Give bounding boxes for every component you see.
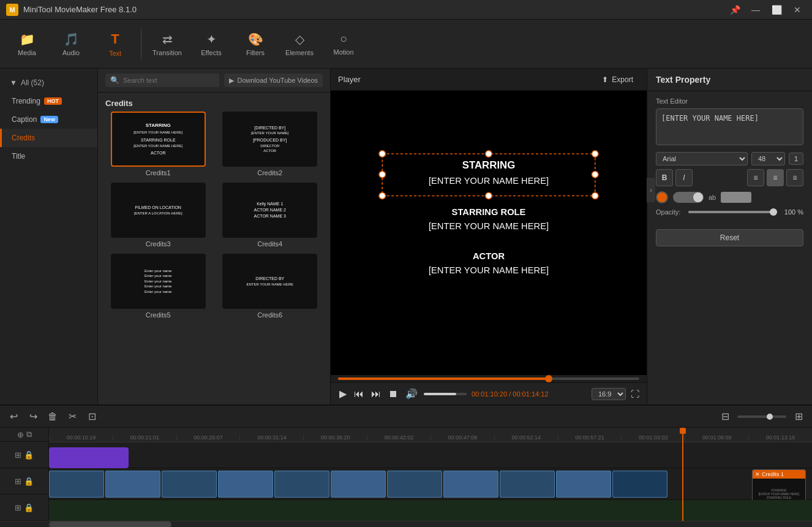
purple-clip[interactable]: [49, 447, 129, 468]
opacity-slider[interactable]: [688, 211, 777, 213]
play-button[interactable]: ▶: [338, 387, 348, 401]
list-item[interactable]: Kelly NAME 1 ACTOR NAME 2 ACTOR NAME 3 C…: [217, 183, 323, 248]
credits2-thumb[interactable]: [DIRECTED BY] [ENTER YOUR NAME] [PRODUCE…: [222, 112, 317, 167]
crop-button[interactable]: ⊡: [83, 408, 100, 425]
aspect-ratio-select[interactable]: 16:9: [592, 388, 626, 400]
opacity-handle[interactable]: [770, 208, 777, 216]
progress-handle[interactable]: [545, 375, 552, 382]
color-toggle[interactable]: [673, 192, 704, 203]
add-track-button[interactable]: ⊕: [17, 430, 24, 439]
delete-button[interactable]: 🗑: [44, 408, 61, 425]
list-item[interactable]: [DIRECTED BY] [ENTER YOUR NAME] [PRODUCE…: [217, 112, 323, 176]
redo-button[interactable]: ↪: [24, 408, 42, 425]
media-icon: 📁: [20, 32, 35, 47]
align-center-button[interactable]: ≡: [767, 169, 784, 186]
video-clip[interactable]: [612, 471, 667, 498]
toolbar-separator-1: [141, 29, 141, 59]
text-bg-color[interactable]: [721, 192, 751, 203]
search-input[interactable]: [123, 77, 214, 84]
sidebar-item-credits[interactable]: Credits: [0, 129, 97, 147]
next-frame-button[interactable]: ⏭: [370, 387, 382, 401]
align-left-button[interactable]: ≡: [747, 169, 764, 186]
zoom-handle[interactable]: [767, 414, 773, 420]
sidebar-item-title[interactable]: Title: [0, 147, 97, 165]
credits3-thumb[interactable]: FILMED ON LOCATION [ENTER A LOCATION HER…: [111, 183, 206, 238]
audio-icon: 🎵: [64, 32, 79, 47]
zoom-in-button[interactable]: ⊞: [790, 408, 807, 425]
all-categories-header[interactable]: ▼ All (52): [0, 74, 97, 92]
video-clip[interactable]: [500, 471, 555, 498]
zoom-out-button[interactable]: ⊟: [716, 408, 734, 425]
toolbar-transition[interactable]: ⇄ Transition: [146, 23, 188, 65]
trending-badge: HOT: [44, 97, 62, 105]
stop-button[interactable]: ⏹: [387, 387, 399, 401]
track-overlay-lock[interactable]: 🔒: [24, 477, 34, 486]
minimize-button[interactable]: —: [747, 3, 764, 17]
toolbar: 📁 Media 🎵 Audio T Text ⇄ Transition ✦ Ef…: [0, 20, 812, 69]
video-clip[interactable]: [162, 471, 217, 498]
toolbar-effects[interactable]: ✦ Effects: [190, 23, 232, 65]
bold-button[interactable]: B: [656, 169, 673, 186]
volume-button[interactable]: 🔊: [404, 387, 419, 401]
credits5-thumb[interactable]: Enter your name Enter your name Enter yo…: [111, 254, 206, 309]
track-video-fit[interactable]: ⊞: [15, 450, 21, 460]
list-item[interactable]: STARRING [ENTER YOUR NAME HERE] STARRING…: [105, 112, 211, 176]
duplicate-track-button[interactable]: ⧉: [26, 430, 32, 439]
restore-button[interactable]: ⬜: [768, 3, 785, 17]
undo-button[interactable]: ↩: [5, 408, 22, 425]
video-clip[interactable]: [331, 471, 386, 498]
fullscreen-button[interactable]: ⛶: [631, 389, 639, 399]
zoom-slider[interactable]: [737, 415, 786, 418]
video-clip[interactable]: [105, 471, 160, 498]
credits6-thumb[interactable]: DIRECTED BY ENTER YOUR NAME HERE: [222, 254, 317, 309]
credits4-thumb[interactable]: Kelly NAME 1 ACTOR NAME 2 ACTOR NAME 3: [222, 183, 317, 238]
timeline-scroll-bar[interactable]: [0, 521, 812, 527]
cut-button[interactable]: ✂: [64, 408, 81, 425]
list-item[interactable]: Enter your name Enter your name Enter yo…: [105, 254, 211, 319]
sidebar-item-trending[interactable]: Trending HOT: [0, 92, 97, 110]
playhead[interactable]: [682, 428, 683, 521]
text-editor-input[interactable]: [ENTER YOUR NAME HERE]: [656, 108, 803, 145]
download-youtube-button[interactable]: ▶ Download YouTube Videos: [224, 74, 323, 87]
search-bar[interactable]: 🔍: [105, 74, 219, 87]
track-audio-fit[interactable]: ⊞: [15, 503, 21, 512]
video-clip[interactable]: [218, 471, 273, 498]
close-icon[interactable]: ✕: [755, 471, 760, 477]
prev-frame-button[interactable]: ⏮: [353, 387, 365, 401]
align-right-button[interactable]: ≡: [786, 169, 803, 186]
track-audio-lock[interactable]: 🔒: [24, 503, 34, 512]
all-categories-label: All (52): [21, 78, 44, 87]
video-clip[interactable]: [556, 471, 611, 498]
video-clip[interactable]: [387, 471, 442, 498]
volume-slider[interactable]: [424, 393, 467, 395]
list-item[interactable]: FILMED ON LOCATION [ENTER A LOCATION HER…: [105, 183, 211, 248]
track-video-lock[interactable]: 🔒: [24, 450, 34, 460]
sidebar-item-caption[interactable]: Caption New: [0, 110, 97, 129]
credits1-thumb[interactable]: STARRING [ENTER YOUR NAME HERE] STARRING…: [111, 112, 206, 167]
close-button[interactable]: ✕: [789, 3, 806, 17]
timeline-scroll-thumb[interactable]: [49, 521, 171, 527]
font-family-select[interactable]: Arial: [656, 152, 748, 165]
text-color-picker[interactable]: [656, 191, 668, 203]
toolbar-motion[interactable]: ○ Motion: [323, 23, 364, 65]
track-overlay-fit[interactable]: ⊞: [15, 477, 21, 486]
progress-bar[interactable]: [338, 377, 639, 380]
panel-collapse-button[interactable]: ›: [647, 178, 655, 202]
video-clip[interactable]: [274, 471, 329, 498]
reset-button[interactable]: Reset: [656, 229, 803, 246]
export-button[interactable]: ⬆ Export: [596, 73, 639, 86]
toolbar-audio[interactable]: 🎵 Audio: [50, 23, 92, 65]
track-control-overlay: ⊞ 🔒: [0, 468, 48, 495]
italic-button[interactable]: I: [675, 169, 693, 186]
font-size-select[interactable]: 48: [751, 152, 785, 165]
toolbar-elements[interactable]: ◇ Elements: [279, 23, 320, 65]
video-clip[interactable]: [443, 471, 498, 498]
toolbar-text[interactable]: T Text: [94, 23, 136, 65]
toolbar-media[interactable]: 📁 Media: [6, 23, 48, 65]
credits-clip-header: ✕ Credits 1: [753, 470, 805, 479]
list-item[interactable]: DIRECTED BY ENTER YOUR NAME HERE Credits…: [217, 254, 323, 319]
toolbar-filters[interactable]: 🎨 Filters: [235, 23, 276, 65]
list-style-button[interactable]: 1: [789, 153, 803, 165]
pin-button[interactable]: 📌: [726, 3, 743, 17]
video-clip[interactable]: [49, 471, 104, 498]
